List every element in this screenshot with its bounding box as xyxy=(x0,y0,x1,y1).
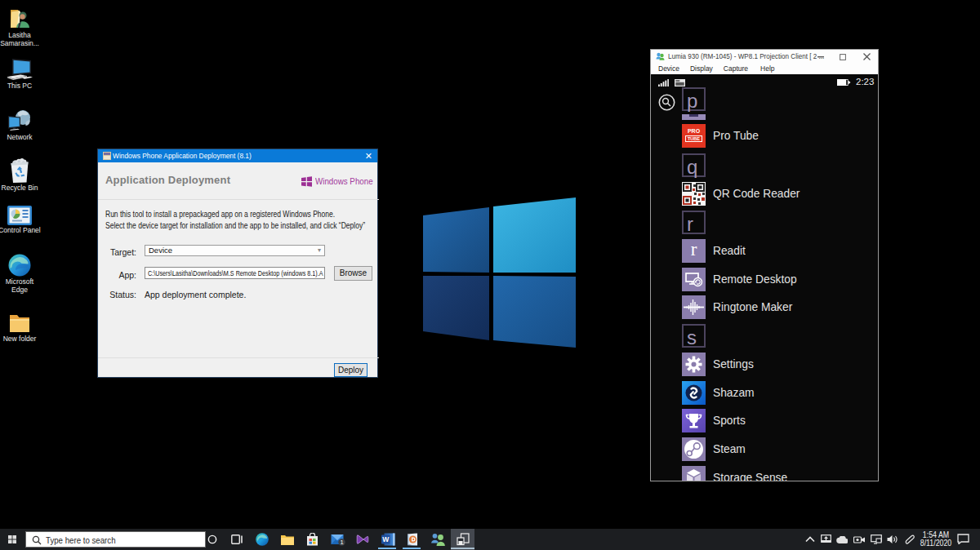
svg-text:W: W xyxy=(382,535,390,543)
svg-text:1: 1 xyxy=(340,539,343,546)
